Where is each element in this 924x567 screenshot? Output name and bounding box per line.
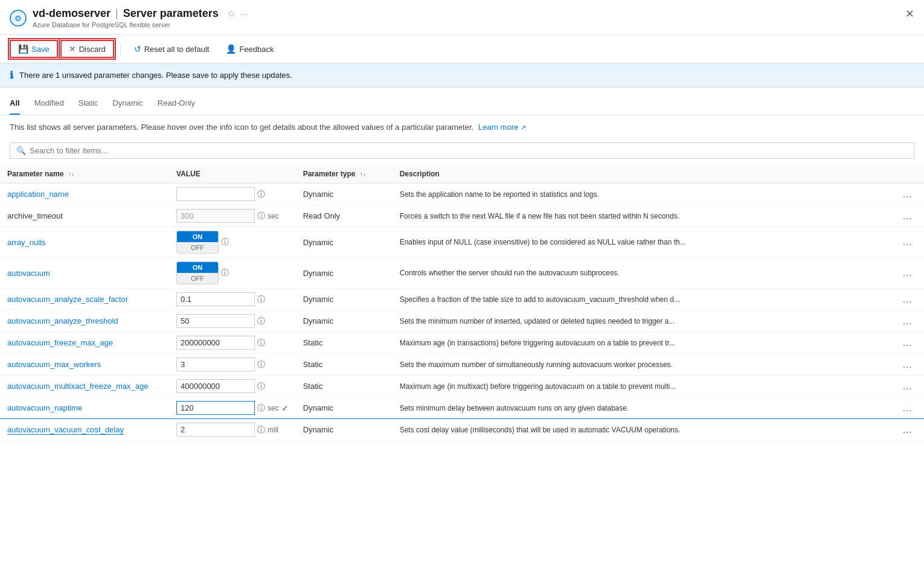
value-input[interactable] [176, 379, 255, 393]
info-button[interactable]: ⓘ [257, 294, 265, 305]
row-more-button[interactable]: … [897, 266, 917, 280]
sort-icon-name[interactable]: ↑↓ [68, 171, 74, 178]
row-more-button[interactable]: … [897, 210, 917, 223]
param-name-cell: autovacuum_vacuum_cost_delay [0, 419, 169, 441]
toggle-switch[interactable]: ONOFF [176, 231, 219, 254]
toggle-switch[interactable]: ONOFF [176, 261, 219, 284]
tab-readonly[interactable]: Read-Only [158, 95, 195, 115]
tab-static[interactable]: Static [79, 95, 98, 115]
row-more-button[interactable]: … [897, 402, 917, 415]
param-desc-text: Forces a switch to the next WAL file if … [400, 212, 679, 220]
star-icon[interactable]: ☆ [227, 8, 236, 19]
row-more-button[interactable]: … [897, 188, 917, 201]
param-name-link[interactable]: autovacuum_freeze_max_age [7, 338, 113, 347]
param-name-cell: autovacuum_analyze_scale_factor [0, 289, 169, 310]
search-box: 🔍 [10, 143, 914, 159]
param-name-link[interactable]: autovacuum_vacuum_cost_delay [7, 425, 124, 435]
info-button[interactable]: ⓘ [257, 403, 265, 414]
feedback-icon: 👤 [226, 44, 236, 54]
param-name-cell: array_nulls [0, 227, 169, 258]
table-row: autovacuum_multixact_freeze_max_ageⓘStat… [0, 376, 924, 397]
feedback-label: Feedback [239, 45, 274, 54]
toolbar: 💾 Save ✕ Discard ↺ Reset all to default … [0, 35, 924, 63]
value-input[interactable] [176, 314, 255, 328]
param-desc-text: Enables input of NULL (case insensitive)… [400, 238, 686, 246]
param-desc-text: Controls whether the server should run t… [400, 269, 620, 277]
param-value-cell: ⓘ [169, 184, 296, 205]
search-input[interactable] [30, 146, 908, 155]
reset-button[interactable]: ↺ Reset all to default [127, 41, 217, 57]
row-more-button[interactable]: … [897, 423, 917, 437]
tab-dynamic[interactable]: Dynamic [112, 95, 143, 115]
description-text: This list shows all server parameters. P… [10, 123, 473, 132]
param-desc-text: Sets minimum delay between autovacuum ru… [400, 404, 629, 412]
info-button[interactable]: ⓘ [257, 424, 265, 435]
info-button[interactable]: ⓘ [257, 381, 265, 392]
info-button[interactable]: ⓘ [221, 237, 229, 248]
toggle-on: ON [177, 262, 218, 273]
param-value-cell: ⓘsec [169, 205, 296, 227]
info-button[interactable]: ⓘ [221, 267, 229, 278]
close-icon[interactable]: ✕ [905, 7, 914, 21]
value-input[interactable] [176, 401, 255, 415]
info-button[interactable]: ⓘ [257, 338, 265, 348]
table-row: autovacuum_analyze_thresholdⓘDynamicSets… [0, 310, 924, 332]
param-desc-text: Sets the application name to be reported… [400, 190, 599, 199]
row-more-button[interactable]: … [897, 235, 917, 249]
toggle-off: OFF [177, 242, 218, 253]
param-value-cell: ⓘ [169, 332, 296, 354]
search-icon: 🔍 [16, 146, 26, 155]
banner-message: There are 1 unsaved parameter changes. P… [19, 71, 292, 80]
info-button[interactable]: ⓘ [257, 359, 265, 370]
row-more-button[interactable]: … [897, 380, 917, 393]
param-value-cell: ⓘ [169, 310, 296, 332]
value-input[interactable] [176, 187, 255, 201]
table-row: array_nullsONOFFⓘDynamicEnables input of… [0, 227, 924, 258]
param-value-cell: ⓘsec✓ [169, 397, 296, 419]
row-more-button[interactable]: … [897, 336, 917, 350]
param-type-cell: Dynamic [296, 258, 393, 289]
toggle-on: ON [177, 231, 218, 242]
save-button[interactable]: 💾 Save [10, 40, 58, 58]
sort-icon-type[interactable]: ↑↓ [360, 171, 366, 178]
value-input[interactable] [176, 336, 255, 350]
info-button[interactable]: ⓘ [257, 211, 265, 222]
param-desc-text: Sets cost delay value (milliseconds) tha… [400, 426, 681, 434]
param-desc-cell: Enables input of NULL (case insensitive)… [393, 227, 924, 258]
table-row: autovacuum_vacuum_cost_delayⓘmillDynamic… [0, 419, 924, 441]
param-name-link[interactable]: autovacuum_max_workers [7, 360, 101, 369]
param-name-link[interactable]: autovacuum_naptime [7, 403, 82, 412]
reset-label: Reset all to default [144, 45, 210, 54]
save-icon: 💾 [18, 44, 28, 54]
table-row: autovacuum_analyze_scale_factorⓘDynamicS… [0, 289, 924, 310]
param-name-link[interactable]: autovacuum [7, 269, 50, 278]
param-name-link[interactable]: application_name [7, 190, 69, 199]
row-more-button[interactable]: … [897, 293, 917, 306]
external-link-icon: ↗ [521, 124, 526, 131]
value-input[interactable] [176, 292, 255, 306]
discard-button[interactable]: ✕ Discard [60, 40, 114, 58]
tab-modified[interactable]: Modified [34, 95, 64, 115]
feedback-button[interactable]: 👤 Feedback [219, 41, 281, 57]
param-name-cell: autovacuum_multixact_freeze_max_age [0, 376, 169, 397]
value-input[interactable] [176, 423, 255, 437]
tab-all[interactable]: All [10, 95, 20, 115]
value-input[interactable] [176, 357, 255, 371]
param-name-link[interactable]: autovacuum_analyze_threshold [7, 316, 118, 325]
server-name: vd-demoserver [33, 7, 111, 20]
unit-label: mill [268, 426, 278, 434]
info-button[interactable]: ⓘ [257, 316, 265, 327]
server-icon: ⚙ [10, 10, 27, 28]
row-more-button[interactable]: … [897, 358, 917, 371]
param-name-link[interactable]: autovacuum_analyze_scale_factor [7, 295, 128, 304]
param-name-link[interactable]: array_nulls [7, 238, 46, 247]
row-more-button[interactable]: … [897, 315, 917, 328]
param-desc-cell: Sets the maximum number of simultaneousl… [393, 354, 924, 376]
info-button[interactable]: ⓘ [257, 189, 265, 200]
more-options-icon[interactable]: ··· [240, 9, 248, 19]
param-name-link[interactable]: autovacuum_multixact_freeze_max_age [7, 382, 148, 391]
param-desc-text: Sets the minimum number of inserted, upd… [400, 317, 675, 325]
param-type-cell: Dynamic [296, 310, 393, 332]
header-row: Parameter name ↑↓ VALUE Parameter type ↑… [0, 165, 924, 184]
learn-more-link[interactable]: Learn more [478, 123, 518, 132]
